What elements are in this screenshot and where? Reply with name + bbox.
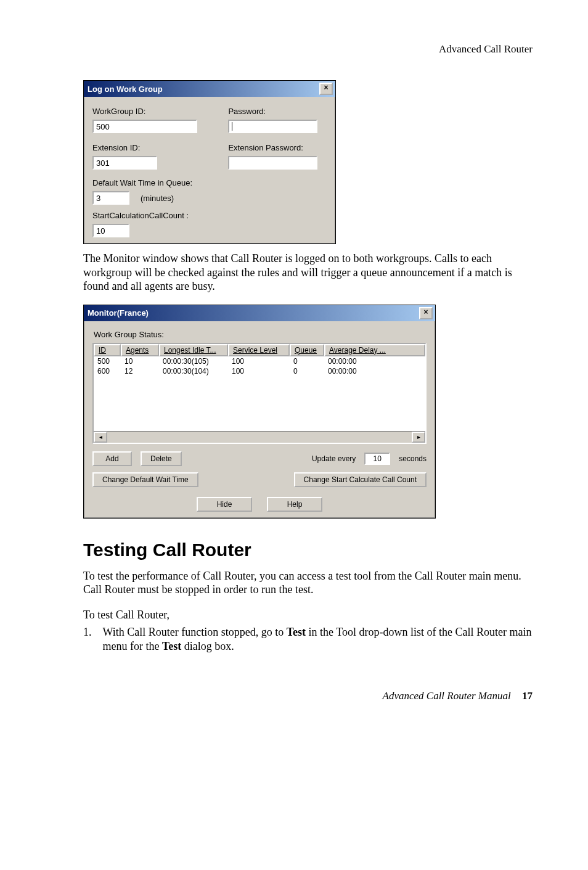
password-label: Password: bbox=[228, 107, 327, 116]
col-queue[interactable]: Queue bbox=[290, 344, 324, 356]
dialog-title: Monitor(France) bbox=[88, 308, 149, 318]
help-button[interactable]: Help bbox=[267, 497, 322, 512]
update-interval-input[interactable] bbox=[364, 453, 390, 465]
logon-workgroup-dialog: Log on Work Group × WorkGroup ID: Passwo… bbox=[83, 80, 336, 244]
cell-avg: 00:00:00 bbox=[324, 356, 425, 366]
extension-id-label: Extension ID: bbox=[92, 143, 228, 152]
extension-id-input[interactable] bbox=[92, 156, 157, 170]
monitor-france-dialog: Monitor(France) × Work Group Status: ID … bbox=[83, 305, 436, 519]
cell-id: 600 bbox=[94, 366, 121, 376]
horizontal-scrollbar[interactable]: ◂ ▸ bbox=[94, 431, 425, 443]
section-heading-testing: Testing Call Router bbox=[83, 540, 533, 560]
seconds-label: seconds bbox=[399, 454, 427, 463]
table-row[interactable]: 600 12 00:00:30(104) 100 0 00:00:00 bbox=[94, 366, 425, 376]
dialog-titlebar: Log on Work Group × bbox=[84, 81, 335, 97]
paragraph-monitor-description: The Monitor window shows that Call Route… bbox=[83, 252, 533, 293]
col-longest-idle[interactable]: Longest Idle T... bbox=[159, 344, 228, 356]
add-button[interactable]: Add bbox=[92, 451, 132, 466]
paragraph-test-intro: To test the performance of Call Router, … bbox=[83, 569, 533, 597]
listview-header-row: ID Agents Longest Idle T... Service Leve… bbox=[94, 344, 425, 356]
close-icon[interactable]: × bbox=[319, 83, 333, 95]
close-icon[interactable]: × bbox=[419, 307, 433, 319]
col-id[interactable]: ID bbox=[94, 344, 121, 356]
step-1: 1. With Call Router function stopped, go… bbox=[83, 625, 533, 653]
workgroup-listview[interactable]: ID Agents Longest Idle T... Service Leve… bbox=[92, 343, 427, 444]
delete-button[interactable]: Delete bbox=[141, 451, 182, 466]
minutes-label: (minutes) bbox=[141, 194, 174, 203]
cell-avg: 00:00:00 bbox=[324, 366, 425, 376]
change-start-calc-button[interactable]: Change Start Calculate Call Count bbox=[294, 472, 427, 487]
extension-password-label: Extension Password: bbox=[228, 143, 327, 152]
workgroup-id-label: WorkGroup ID: bbox=[92, 107, 228, 116]
password-input[interactable] bbox=[228, 120, 317, 133]
cell-agents: 10 bbox=[121, 356, 159, 366]
step-text-part: With Call Router function stopped, go to bbox=[103, 626, 287, 638]
scroll-right-icon[interactable]: ▸ bbox=[412, 432, 425, 443]
running-header: Advanced Call Router bbox=[83, 43, 533, 55]
step-text: With Call Router function stopped, go to… bbox=[103, 625, 533, 653]
col-agents[interactable]: Agents bbox=[121, 344, 159, 356]
dialog-titlebar: Monitor(France) × bbox=[84, 305, 435, 321]
startcalc-label: StartCalculationCallCount : bbox=[92, 211, 327, 220]
cell-service: 100 bbox=[228, 366, 290, 376]
scroll-left-icon[interactable]: ◂ bbox=[94, 432, 107, 443]
startcalc-input[interactable] bbox=[92, 224, 129, 237]
cell-queue: 0 bbox=[290, 356, 324, 366]
change-default-wait-button[interactable]: Change Default Wait Time bbox=[92, 472, 198, 487]
cell-service: 100 bbox=[228, 356, 290, 366]
work-group-status-label: Work Group Status: bbox=[94, 330, 427, 339]
extension-password-input[interactable] bbox=[228, 156, 317, 170]
step-text-bold: Test bbox=[162, 640, 181, 652]
step-number: 1. bbox=[83, 625, 92, 653]
default-wait-input[interactable] bbox=[92, 191, 129, 205]
col-service-level[interactable]: Service Level bbox=[228, 344, 290, 356]
page-footer: Advanced Call Router Manual 17 bbox=[83, 690, 533, 702]
paragraph-test-lead: To test Call Router, bbox=[83, 608, 533, 622]
hide-button[interactable]: Hide bbox=[197, 497, 252, 512]
table-row[interactable]: 500 10 00:00:30(105) 100 0 00:00:00 bbox=[94, 356, 425, 366]
col-avg-delay[interactable]: Average Delay ... bbox=[324, 344, 425, 356]
cell-longest: 00:00:30(105) bbox=[159, 356, 228, 366]
footer-page: 17 bbox=[522, 690, 533, 702]
workgroup-id-input[interactable] bbox=[92, 120, 197, 133]
step-text-part: dialog box. bbox=[181, 640, 234, 652]
footer-title: Advanced Call Router Manual bbox=[383, 690, 511, 702]
cell-queue: 0 bbox=[290, 366, 324, 376]
step-text-bold: Test bbox=[287, 626, 306, 638]
dialog-title: Log on Work Group bbox=[88, 84, 163, 94]
default-wait-label: Default Wait Time in Queue: bbox=[92, 178, 327, 187]
cell-id: 500 bbox=[94, 356, 121, 366]
cell-longest: 00:00:30(104) bbox=[159, 366, 228, 376]
cell-agents: 12 bbox=[121, 366, 159, 376]
update-every-label: Update every bbox=[312, 454, 356, 463]
